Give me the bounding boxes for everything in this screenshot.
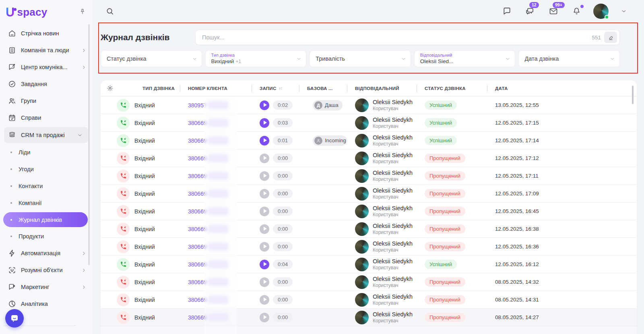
column-header-base[interactable]: БАЗОВА ...: [299, 80, 347, 96]
client-number-link[interactable]: 380669: [188, 279, 207, 285]
sidebar-scrollbar[interactable]: [88, 24, 90, 265]
play-record-button[interactable]: [260, 100, 269, 110]
sidebar-item-smart-objects[interactable]: Розумні об'єкти: [0, 262, 93, 279]
messenger-button[interactable]: 12: [524, 5, 537, 18]
play-record-button[interactable]: [260, 224, 269, 234]
sidebar-item-label: Автоматизація: [21, 250, 60, 256]
table-row[interactable]: Вхідний3806690:00Oleksii SiedykhКористув…: [101, 291, 637, 309]
sidebar-item-tasks[interactable]: Завдання: [0, 76, 93, 92]
table-row[interactable]: Вхідний3806690:00Oleksii SiedykhКористув…: [101, 273, 637, 291]
play-record-button[interactable]: [260, 207, 269, 216]
sidebar-item-companies[interactable]: Компанії: [0, 195, 93, 211]
client-number-link[interactable]: 380669: [188, 314, 207, 321]
clear-filters-button[interactable]: [604, 32, 617, 43]
table-row[interactable]: Вхідний3806690:00Oleksii SiedykhКористув…: [101, 150, 637, 167]
filter-responsible[interactable]: ВідповідальнийOleksii Sied...: [414, 50, 516, 67]
sidebar-item-leads[interactable]: Ліди: [0, 144, 93, 161]
client-number-link[interactable]: 380957: [188, 102, 207, 109]
play-record-button[interactable]: [260, 118, 269, 128]
column-header-call-type[interactable]: ТИП ДЗВІНКА: [134, 80, 180, 96]
sidebar-item-news-feed[interactable]: Стрічка новин: [0, 25, 93, 42]
support-chat-launcher[interactable]: [5, 309, 24, 328]
table-scrollbar[interactable]: [632, 86, 634, 104]
table-row[interactable]: Вхідний3806690:00Oleksii SiedykhКористув…: [101, 238, 637, 256]
sidebar-item-call-log[interactable]: Журнал дзвінків: [3, 212, 88, 227]
sidebar-item-marketing[interactable]: Маркетинг: [0, 279, 93, 295]
column-header-date[interactable]: ДАТА: [487, 80, 637, 96]
sidebar-item-activities[interactable]: Справи: [0, 109, 93, 126]
client-number-link[interactable]: 380669: [188, 173, 207, 179]
responsible-avatar: [355, 152, 369, 165]
filter-call-type[interactable]: Тип дзвінкаВихідний+1: [205, 50, 307, 67]
column-header-responsible[interactable]: ВІДПОВІДАЛЬНИЙ: [347, 80, 417, 96]
table-row[interactable]: Вхідний3806690:00Oleksii SiedykhКористув…: [101, 309, 637, 326]
client-number-link[interactable]: 380669: [188, 191, 207, 197]
table-settings-button[interactable]: [106, 84, 114, 92]
sidebar-item-comm-center[interactable]: Центр комуніка...: [0, 59, 93, 76]
responsible-role: Користувач: [373, 194, 413, 200]
table-row[interactable]: Вхідний3806690:00Oleksii SiedykhКористув…: [101, 203, 637, 220]
filter-call-date[interactable]: Дата дзвінка: [518, 50, 620, 67]
sidebar-pin-button[interactable]: [78, 7, 87, 17]
play-record-button[interactable]: [260, 154, 269, 163]
client-number-link[interactable]: 380669: [188, 226, 207, 232]
table-row[interactable]: Вхідний3809570:02ДДашаOleksii SiedykhКор…: [101, 96, 637, 114]
play-record-button[interactable]: [260, 189, 269, 199]
client-number-link[interactable]: 380669: [188, 261, 207, 268]
table-row[interactable]: Вхідний3806690:03Oleksii SiedykhКористув…: [101, 114, 637, 132]
play-record-button[interactable]: [260, 295, 269, 305]
brand-logo-letter: U: [6, 6, 14, 18]
search-input[interactable]: [201, 34, 592, 41]
table-row[interactable]: Вхідний3806690:00Oleksii SiedykhКористув…: [101, 185, 637, 203]
sidebar-item-products[interactable]: Продукти: [0, 228, 93, 245]
notifications-button[interactable]: [570, 5, 583, 17]
sidebar-item-company-people[interactable]: Компанія та люди: [0, 42, 93, 59]
play-record-button[interactable]: [260, 277, 269, 287]
client-number-link[interactable]: 380669: [188, 120, 207, 126]
client-number-link[interactable]: 380669: [188, 297, 207, 303]
censored-number: [209, 226, 227, 232]
sidebar-item-crm-sales[interactable]: CRM та продажі: [4, 127, 89, 143]
bullet-icon: [10, 185, 12, 187]
column-header-client-number[interactable]: НОМЕР КЛІЄНТА: [180, 80, 252, 96]
chat-launcher-icon: [10, 314, 19, 323]
column-header-record[interactable]: ЗАПИС↑↑: [252, 80, 299, 96]
table-row[interactable]: Вхідний3806690:04Oleksii SiedykhКористув…: [101, 256, 637, 273]
sidebar-item-automation[interactable]: Автоматизація: [0, 245, 93, 262]
global-search-button[interactable]: [104, 5, 116, 17]
profile-menu-button[interactable]: [619, 6, 629, 16]
sidebar-item-groups[interactable]: Групи: [0, 92, 93, 109]
play-record-button[interactable]: [260, 171, 269, 181]
user-avatar[interactable]: [593, 4, 609, 19]
client-number-link[interactable]: 380669: [188, 137, 207, 144]
client-number-link[interactable]: 380669: [188, 155, 207, 162]
mail-button[interactable]: 99+: [547, 5, 560, 18]
record-duration: 0:00: [273, 277, 293, 287]
play-record-button[interactable]: [260, 242, 269, 252]
play-record-button[interactable]: [260, 260, 269, 269]
sidebar-item-contacts[interactable]: Контакти: [0, 178, 93, 195]
play-record-button[interactable]: [260, 313, 269, 322]
missed-call-icon: [117, 170, 130, 182]
filter-call-status[interactable]: Статус дзвінка: [101, 50, 202, 67]
client-number-link[interactable]: 380669: [188, 244, 207, 250]
chevron-right-icon: [81, 47, 87, 53]
call-date: 12.05.2025, 17:12: [495, 155, 539, 161]
table-row[interactable]: Вхідний3806690:00Oleksii SiedykhКористув…: [101, 167, 637, 185]
base-chip[interactable]: ДДаша: [313, 100, 343, 111]
table-row[interactable]: Вхідний3806690:01Incoming call :Oleksii …: [101, 132, 637, 150]
responsible-avatar: [355, 116, 369, 130]
column-header-call-status[interactable]: СТАТУС ДЗВІНКА: [417, 80, 487, 96]
table-row[interactable]: Вхідний3806690:00Oleksii SiedykhКористув…: [101, 220, 637, 238]
play-record-button[interactable]: [260, 136, 269, 145]
call-type-label: Вхідний: [134, 155, 155, 162]
responsible-role: Користувач: [373, 318, 413, 324]
feedback-button[interactable]: [501, 5, 513, 17]
client-number-link[interactable]: 380669: [188, 208, 207, 215]
base-chip[interactable]: Incoming call :: [313, 135, 347, 146]
eraser-icon: [607, 34, 614, 41]
call-date: 08.05.2025, 14:27: [495, 314, 539, 320]
censored-number: [209, 137, 227, 143]
sidebar-item-deals[interactable]: Угоди: [0, 161, 93, 178]
filter-duration[interactable]: Тривалість: [310, 50, 411, 67]
